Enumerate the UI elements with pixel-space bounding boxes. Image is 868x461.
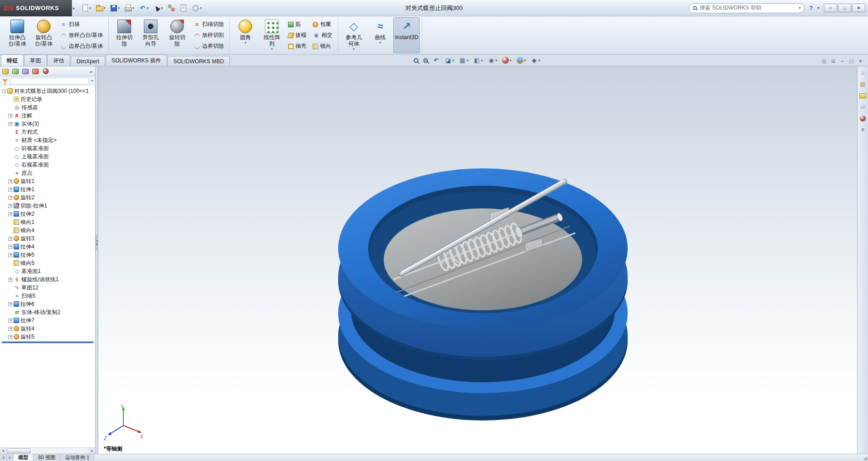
feature-tree-item[interactable]: 旋转2 xyxy=(1,193,95,202)
document-window-button[interactable] xyxy=(857,58,864,65)
ribbon-small-button[interactable]: 抽壳 xyxy=(286,41,309,51)
feature-tree-item[interactable]: 旋转1 xyxy=(1,177,95,185)
scroll-left-icon[interactable]: ◂ xyxy=(0,448,6,454)
extruded-cut-button[interactable]: 拉伸切 除 xyxy=(111,17,137,53)
expand-toggle[interactable] xyxy=(8,179,12,183)
scroll-right-icon[interactable]: ▸ xyxy=(89,448,95,454)
ribbon-small-button[interactable]: 扫描切除 xyxy=(191,19,226,30)
ribbon-small-button[interactable]: 相交 xyxy=(310,30,335,41)
ribbon-small-button[interactable]: 镜向 xyxy=(310,41,335,51)
expand-toggle[interactable] xyxy=(8,122,12,126)
manager-tab[interactable] xyxy=(41,67,50,76)
feature-tree-item[interactable]: 扫描5 xyxy=(1,292,95,300)
rollback-bar[interactable] xyxy=(2,341,93,343)
ribbon-small-button[interactable]: 放样凸台/基体 xyxy=(58,30,105,41)
feature-tree-item[interactable]: 旋转4 xyxy=(1,324,95,333)
help-dropdown-icon[interactable]: ▾ xyxy=(817,6,819,10)
ribbon-small-button[interactable]: 扫描 xyxy=(58,19,105,30)
quick-access-button[interactable]: ▾ xyxy=(190,3,204,14)
feature-tree-item[interactable]: 镜向5 xyxy=(1,259,95,267)
tree-horizontal-scrollbar[interactable]: ◂ ▸ xyxy=(0,447,95,454)
dropdown-arrow-icon[interactable]: ▾ xyxy=(510,59,512,62)
task-pane-button[interactable] xyxy=(858,114,868,123)
revolved-boss-button[interactable]: 旋转凸 台/基体 xyxy=(30,17,57,53)
ribbon-tab[interactable]: 评估 xyxy=(47,55,70,66)
feature-tree-item[interactable]: 方程式 xyxy=(1,128,95,136)
feature-tree-item[interactable]: 拉伸5 xyxy=(1,251,95,259)
feature-tree-item[interactable]: 旋转5 xyxy=(1,333,95,341)
quick-access-button[interactable]: ▾ xyxy=(122,3,136,14)
expand-toggle[interactable] xyxy=(2,89,6,93)
feature-tree-item[interactable]: 实体-移动/复制2 xyxy=(1,308,95,316)
view-toolbar-button[interactable]: ▾ xyxy=(529,56,542,65)
reference-geometry-button[interactable]: 参考几 何体 xyxy=(340,17,367,53)
dropdown-arrow-icon[interactable]: ▾ xyxy=(496,59,497,62)
task-pane-button[interactable] xyxy=(858,80,868,89)
dropdown-arrow-icon[interactable]: ▾ xyxy=(538,59,540,62)
task-pane-button[interactable] xyxy=(858,102,868,111)
expand-toggle[interactable] xyxy=(8,212,12,216)
model-canvas[interactable] xyxy=(98,66,857,454)
expand-toggle[interactable] xyxy=(8,319,12,323)
quick-access-button[interactable]: ▾ xyxy=(108,3,122,14)
ribbon-tab[interactable]: 特征 xyxy=(1,55,24,66)
expand-toggle[interactable] xyxy=(8,335,12,339)
ribbon-tab[interactable]: DimXpert xyxy=(71,56,105,66)
feature-tree-item[interactable]: 旋转3 xyxy=(1,234,95,243)
document-tab[interactable]: 3D 视图 xyxy=(33,454,61,461)
window-control-button[interactable] xyxy=(838,4,851,12)
feature-tree-item[interactable]: 材质 <未指定> xyxy=(1,136,95,144)
expand-toggle[interactable] xyxy=(8,327,12,331)
search-dropdown-icon[interactable]: ▾ xyxy=(799,6,801,10)
dropdown-arrow-icon[interactable]: ▾ xyxy=(118,6,120,10)
expand-toggle[interactable] xyxy=(8,237,12,241)
feature-tree-item[interactable]: 拉伸4 xyxy=(1,243,95,251)
view-toolbar-button[interactable]: ▾ xyxy=(412,56,420,65)
revolved-cut-button[interactable]: 旋转切 除 xyxy=(164,17,190,53)
quick-access-button[interactable]: ▾ xyxy=(151,3,165,14)
ribbon-tab[interactable]: 草图 xyxy=(24,55,47,66)
ribbon-small-button[interactable]: 筋 xyxy=(286,19,309,30)
quick-access-button[interactable]: ▾ xyxy=(178,3,189,14)
view-toolbar-button[interactable]: ▾ xyxy=(421,56,430,65)
document-window-button[interactable] xyxy=(838,58,846,65)
search-input[interactable]: 搜索 SOLIDWORKS 帮助 ▾ xyxy=(689,3,805,13)
hole-wizard-button[interactable]: 异型孔 向导 xyxy=(137,17,164,53)
task-pane-button[interactable] xyxy=(858,125,868,134)
filter-dropdown-icon[interactable]: ▾ xyxy=(91,79,93,83)
dropdown-arrow-icon[interactable]: ▾ xyxy=(161,6,163,10)
dropdown-arrow-icon[interactable]: ▾ xyxy=(147,6,149,10)
curves-button[interactable]: 曲线 xyxy=(367,17,393,53)
dropdown-arrow-icon[interactable]: ▾ xyxy=(200,6,202,10)
view-toolbar-button[interactable]: ▾ xyxy=(472,56,485,65)
feature-tree-item[interactable]: 拉伸2 xyxy=(1,210,95,218)
dropdown-arrow-icon[interactable]: ▾ xyxy=(90,6,91,10)
view-toolbar-button[interactable]: ▾ xyxy=(515,56,528,65)
brand-collapse-icon[interactable]: ▸ xyxy=(73,6,75,10)
feature-tree-item[interactable]: 拉伸7 xyxy=(1,316,95,324)
filter-funnel-icon[interactable] xyxy=(2,79,8,82)
expand-toggle[interactable] xyxy=(8,302,12,306)
view-toolbar-button[interactable]: ▾ xyxy=(443,56,456,65)
document-window-button[interactable] xyxy=(820,58,828,65)
feature-tree-item[interactable]: 上视基准面 xyxy=(1,152,95,161)
window-control-button[interactable] xyxy=(852,4,865,12)
dropdown-arrow-icon[interactable]: ▾ xyxy=(467,59,469,62)
feature-tree-item[interactable]: 注解 xyxy=(1,111,95,120)
task-pane-button[interactable] xyxy=(858,68,868,77)
ribbon-small-button[interactable]: 边界凸台/基体 xyxy=(58,41,105,51)
expand-toggle[interactable] xyxy=(8,253,12,257)
view-toolbar-button[interactable]: ▾ xyxy=(431,56,442,65)
view-toolbar-button[interactable]: ▾ xyxy=(457,56,471,65)
ribbon-tab[interactable]: SOLIDWORKS 插件 xyxy=(106,55,167,66)
ribbon-small-button[interactable]: 包覆 xyxy=(310,19,335,30)
resize-grip[interactable] xyxy=(861,454,868,461)
feature-tree-item[interactable]: 草图12 xyxy=(1,284,95,292)
expand-toggle[interactable] xyxy=(8,245,12,249)
expand-toggle[interactable] xyxy=(8,196,12,200)
doc-tab-scroll-right-icon[interactable]: ▸ xyxy=(7,454,14,461)
extruded-boss-button[interactable]: 拉伸凸 台/基体 xyxy=(4,17,30,53)
expand-toggle[interactable] xyxy=(8,204,12,208)
doc-tab-scroll-left-icon[interactable]: ◂ xyxy=(0,454,7,461)
feature-tree-item[interactable]: 切除-拉伸1 xyxy=(1,202,95,210)
